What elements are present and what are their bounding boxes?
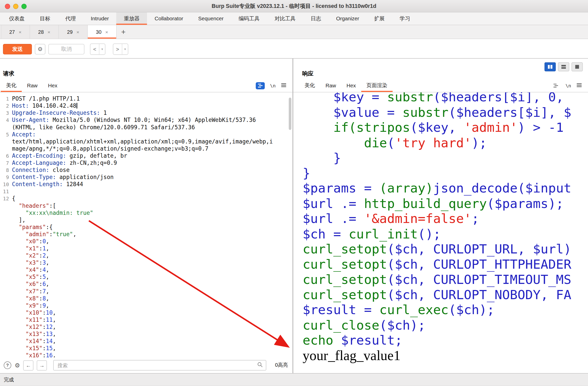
rows-layout-button[interactable] xyxy=(558,62,569,71)
main-tab-重放器[interactable]: 重放器 xyxy=(116,12,147,25)
response-view-tab-Raw[interactable]: Raw xyxy=(320,79,341,92)
search-input[interactable] xyxy=(57,362,257,368)
request-line: "x1":1, xyxy=(0,245,292,252)
send-button[interactable]: 发送 xyxy=(3,44,32,54)
main-tab-扩展[interactable]: 扩展 xyxy=(367,12,392,25)
history-forward-button[interactable]: > ▾ xyxy=(113,43,128,55)
gear-icon: ⚙ xyxy=(38,46,43,53)
request-content: 1POST /1.php HTTP/1.12Host: 104.160.42.4… xyxy=(0,95,292,357)
close-tab-icon[interactable]: × xyxy=(76,29,79,35)
response-view-tab-Hex[interactable]: Hex xyxy=(341,79,361,92)
response-panel-header: 响应 xyxy=(293,59,588,79)
main-tab-Intruder[interactable]: Intruder xyxy=(83,12,116,25)
repeater-toolbar: 发送 ⚙ 取消 < ▾ > ▾ xyxy=(0,39,588,59)
request-line: "x2":2, xyxy=(0,252,292,259)
burp-window: Burp Suite专业版 v2023.12.1 - 临时项目 - licens… xyxy=(0,0,588,386)
request-view-tab-Hex[interactable]: Hex xyxy=(43,79,63,92)
request-view-tab-Raw[interactable]: Raw xyxy=(22,79,43,92)
status-bar: 完成 xyxy=(0,374,588,386)
main-tab-Sequencer[interactable]: Sequencer xyxy=(191,12,231,25)
request-line: "x0":0, xyxy=(0,238,292,245)
show-newlines-icon[interactable]: \n xyxy=(270,83,275,88)
request-scrollbar[interactable] xyxy=(289,98,291,130)
editor-menu-icon[interactable] xyxy=(576,82,582,89)
back-icon[interactable]: < xyxy=(90,44,99,54)
request-line: "x11":11, xyxy=(0,316,292,324)
response-code-line: curl_setopt($ch, CURLOPT_URL, $url) xyxy=(303,242,588,257)
request-line: 4User-Agent: Mozilla/5.0 (Windows NT 10.… xyxy=(0,117,292,124)
main-tab-目标[interactable]: 目标 xyxy=(32,12,58,25)
request-line: "headers":[ xyxy=(0,202,292,210)
response-code-line: if(stripos($key, 'admin') > -1 xyxy=(303,120,588,135)
main-tab-日志[interactable]: 日志 xyxy=(303,12,329,25)
close-tab-icon[interactable]: × xyxy=(19,29,22,35)
forward-icon[interactable]: > xyxy=(113,44,122,54)
close-window-button[interactable] xyxy=(5,4,10,9)
request-editor[interactable]: 1POST /1.php HTTP/1.12Host: 104.160.42.4… xyxy=(0,92,292,358)
repeater-tab-28[interactable]: 28× xyxy=(30,25,59,39)
traffic-lights xyxy=(5,4,27,9)
response-view-tab-list: 美化RawHex页面渲染 xyxy=(299,79,393,92)
main-tab-学习[interactable]: 学习 xyxy=(392,12,418,25)
search-field-wrap xyxy=(53,360,266,371)
main-tab-Collaborator[interactable]: Collaborator xyxy=(147,12,191,25)
repeater-tab-29[interactable]: 29× xyxy=(59,25,88,39)
request-line: "x6":6, xyxy=(0,281,292,288)
request-line: 8Connection: close xyxy=(0,167,292,174)
search-settings-gear-icon[interactable]: ⚙ xyxy=(15,362,20,369)
response-code-line: curl_close($ch); xyxy=(303,317,588,333)
request-line: "x12":12, xyxy=(0,324,292,331)
main-tab-Organizer[interactable]: Organizer xyxy=(328,12,367,25)
next-match-button[interactable]: → xyxy=(37,360,47,370)
add-tab-button[interactable]: + xyxy=(117,25,130,39)
response-code-line: $key = substr($headers[$i], 0, xyxy=(303,92,588,105)
main-tab-代理[interactable]: 代理 xyxy=(58,12,83,25)
close-tab-icon[interactable]: × xyxy=(105,29,108,35)
editor-menu-icon[interactable] xyxy=(281,82,286,89)
main-tab-对比工具[interactable]: 对比工具 xyxy=(267,12,303,25)
pretty-print-icon[interactable] xyxy=(256,82,265,89)
request-editor-icons: \n xyxy=(256,79,292,92)
response-code-line: die('try hard'); xyxy=(303,135,588,150)
main-tab-仪表盘[interactable]: 仪表盘 xyxy=(2,12,32,25)
rendered-page-view[interactable]: $key = substr($headers[$i], 0, $value = … xyxy=(293,92,588,373)
repeater-tab-list: 27×28×29×30× xyxy=(1,25,117,39)
status-text: 完成 xyxy=(4,376,14,383)
request-view-tab-美化[interactable]: 美化 xyxy=(1,79,22,92)
forward-dropdown-icon[interactable]: ▾ xyxy=(122,44,128,54)
main-tab-编码工具[interactable]: 编码工具 xyxy=(231,12,267,25)
request-line: 10Content-Length: 12844 xyxy=(0,181,292,188)
response-code-line: curl_setopt($ch, CURLOPT_NOBODY, FA xyxy=(303,287,588,302)
request-search-bar: ? ⚙ ← → 0高亮 xyxy=(0,357,292,373)
history-back-button[interactable]: < ▾ xyxy=(90,43,106,55)
search-help-icon[interactable]: ? xyxy=(4,362,11,369)
magnifier-icon xyxy=(257,362,263,369)
highlight-count: 0高亮 xyxy=(275,362,288,369)
repeater-tab-27[interactable]: 27× xyxy=(1,25,30,39)
request-panel-title: 请求 xyxy=(3,70,14,77)
close-tab-icon[interactable]: × xyxy=(47,29,50,35)
show-newlines-icon[interactable]: \n xyxy=(565,83,571,88)
request-line: 1POST /1.php HTTP/1.1 xyxy=(0,95,292,102)
minimize-window-button[interactable] xyxy=(13,4,19,9)
response-code-line: $url .= http_build_query($params); xyxy=(303,196,588,211)
request-line: "x10":10, xyxy=(0,309,292,316)
repeater-tab-30[interactable]: 30× xyxy=(88,25,117,39)
repeater-tab-bar: 27×28×29×30× + xyxy=(0,25,588,39)
response-view-tab-页面渲染[interactable]: 页面渲染 xyxy=(361,79,393,92)
response-code-line: } xyxy=(303,150,588,165)
response-view-tab-美化[interactable]: 美化 xyxy=(299,79,320,92)
window-title: Burp Suite专业版 v2023.12.1 - 临时项目 - licens… xyxy=(0,3,588,10)
single-layout-button[interactable] xyxy=(572,62,583,71)
previous-match-button[interactable]: ← xyxy=(23,360,33,370)
editor-split: 请求 美化RawHex \n 1POST /1.php HTTP/1.12Hos… xyxy=(0,58,588,374)
pretty-print-icon[interactable] xyxy=(551,82,560,89)
response-code-line: $value = substr($headers[$i], $ xyxy=(303,105,588,120)
settings-gear-button[interactable]: ⚙ xyxy=(35,44,45,54)
back-dropdown-icon[interactable]: ▾ xyxy=(99,44,105,54)
request-line: ], xyxy=(0,217,292,224)
request-line: "admin":"true", xyxy=(0,231,292,238)
columns-layout-button[interactable] xyxy=(545,62,556,71)
zoom-window-button[interactable] xyxy=(21,4,27,9)
cancel-button[interactable]: 取消 xyxy=(48,44,84,54)
